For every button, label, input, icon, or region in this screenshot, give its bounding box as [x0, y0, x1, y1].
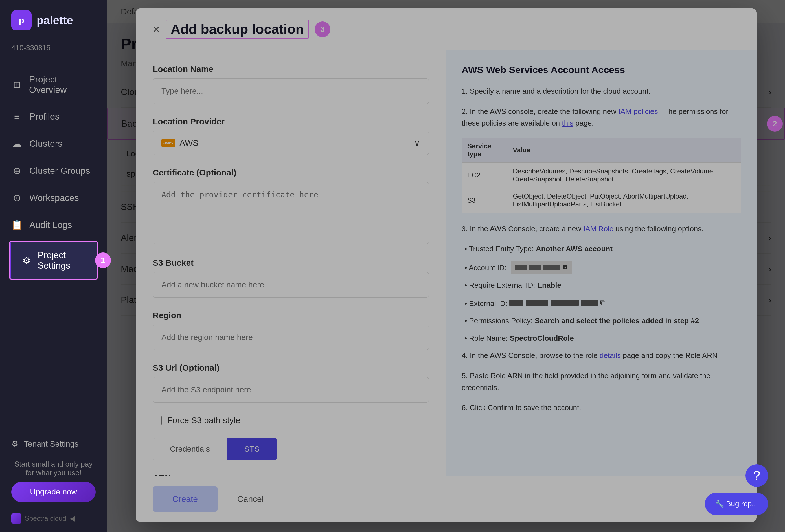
iam-policies-link[interactable]: IAM policies: [618, 107, 658, 116]
modal-body: Location Name Location Provider aws AWS: [136, 50, 757, 476]
s3-bucket-input[interactable]: [153, 272, 429, 298]
sidebar-item-label: Project Settings: [37, 250, 86, 271]
id-block: [515, 265, 527, 270]
sidebar-item-project-overview[interactable]: ⊞ Project Overview: [0, 66, 107, 103]
sidebar-item-label: Profiles: [29, 111, 59, 122]
sidebar-item-workspaces[interactable]: ⊙ Workspaces: [0, 184, 107, 211]
badge-1: 1: [95, 252, 111, 268]
table-row: EC2 DescribeVolumes, DescribeSnapshots, …: [462, 162, 741, 188]
force-s3-checkbox[interactable]: [153, 416, 162, 425]
modal-form: Location Name Location Provider aws AWS: [136, 50, 446, 476]
sidebar-bottom: ⚙ Tenant Settings Start small and only p…: [0, 425, 107, 532]
location-name-group: Location Name: [153, 64, 429, 104]
s3-bucket-group: S3 Bucket: [153, 258, 429, 298]
log-icon: 📋: [11, 219, 23, 231]
modal-title-highlight: Add backup location: [166, 20, 309, 38]
copy-icon[interactable]: ⧉: [563, 262, 568, 272]
cancel-button[interactable]: Cancel: [226, 486, 275, 512]
modal-title: Add backup location: [171, 22, 304, 37]
tab-credentials[interactable]: Credentials: [153, 438, 227, 460]
table-cell-s3-value: GetObject, DeleteObject, PutObject, Abor…: [507, 188, 741, 213]
upgrade-button[interactable]: Upgrade now: [11, 482, 96, 502]
ext-block: [581, 300, 598, 306]
arn-label: ARN: [153, 473, 429, 476]
certificate-textarea[interactable]: [153, 182, 429, 244]
bullet-trusted-entity: • Trusted Entity Type: Another AWS accou…: [462, 243, 741, 255]
s3-url-label: S3 Url (Optional): [153, 363, 429, 373]
bullet-require-external-id: • Require External ID: Enable: [462, 280, 741, 291]
modal-footer: Create Cancel: [136, 476, 757, 522]
role-details-link[interactable]: details: [600, 351, 621, 360]
location-provider-group: Location Provider aws AWS ∨: [153, 117, 429, 155]
group-icon: ⊕: [11, 165, 23, 176]
location-provider-label: Location Provider: [153, 117, 429, 126]
spectra-logo: Spectra cloud ◀: [11, 513, 96, 524]
sidebar-item-project-settings[interactable]: ⚙ Project Settings: [10, 242, 97, 279]
table-cell-ec2: EC2: [462, 162, 507, 188]
sidebar-item-tenant-settings[interactable]: ⚙ Tenant Settings: [11, 433, 96, 454]
sidebar: p palette 410-330815 ⊞ Project Overview …: [0, 0, 107, 532]
tenant-settings-label: Tenant Settings: [24, 440, 78, 449]
sidebar-item-label: Workspaces: [29, 193, 79, 203]
bug-report-button[interactable]: 🔧 Bug rep...: [705, 493, 768, 515]
this-page-link[interactable]: this: [562, 119, 573, 127]
create-button[interactable]: Create: [153, 486, 218, 512]
sidebar-nav: ⊞ Project Overview ≡ Profiles ☁ Clusters…: [0, 61, 107, 425]
aws-permissions-table: Service type Value EC2 DescribeVolumes, …: [462, 138, 741, 213]
table-row: S3 GetObject, DeleteObject, PutObject, A…: [462, 188, 741, 213]
certificate-group: Certificate (Optional): [153, 168, 429, 245]
help-step-4: 4. In the AWS Console, browse to the rol…: [462, 350, 741, 362]
sidebar-item-audit-logs[interactable]: 📋 Audit Logs: [0, 211, 107, 238]
ext-block: [509, 300, 524, 306]
spectra-icon: [11, 513, 21, 524]
modal-close-button[interactable]: ×: [153, 23, 160, 35]
id-block: [529, 265, 541, 270]
region-group: Region: [153, 311, 429, 350]
help-panel: AWS Web Services Account Access 1. Speci…: [446, 50, 757, 476]
help-step-6: 6. Click Confirm to save the account.: [462, 402, 741, 414]
tab-sts[interactable]: STS: [227, 438, 277, 460]
bullet-role-name: • Role Name: SpectroCloudRole: [462, 332, 741, 344]
copy-icon[interactable]: ⧉: [600, 297, 606, 309]
table-header-service: Service type: [462, 138, 507, 163]
modal-badge-3: 3: [314, 22, 330, 37]
sidebar-item-cluster-groups[interactable]: ⊕ Cluster Groups: [0, 157, 107, 184]
chevron-down-icon: ∨: [414, 138, 420, 148]
upgrade-section: Start small and only pay for what you us…: [11, 454, 96, 508]
help-fab-button[interactable]: ?: [745, 464, 768, 487]
location-provider-select[interactable]: aws AWS ∨: [153, 131, 429, 155]
region-input[interactable]: [153, 325, 429, 350]
auth-tab-row: Credentials STS: [153, 438, 429, 460]
certificate-label: Certificate (Optional): [153, 168, 429, 178]
help-title: AWS Web Services Account Access: [462, 64, 741, 75]
bullet-external-id: • External ID: ⧉: [462, 297, 741, 310]
help-step-3: 3. In the AWS Console, create a new IAM …: [462, 223, 741, 235]
arn-group: ARN Validate: [153, 473, 429, 476]
modal-header: × Add backup location 3: [136, 8, 757, 50]
logo-icon: p: [11, 10, 32, 30]
bullet-permissions-policy: • Permissions Policy: Search and select …: [462, 315, 741, 327]
s3-url-input[interactable]: [153, 377, 429, 402]
sidebar-item-clusters[interactable]: ☁ Clusters: [0, 130, 107, 157]
aws-logo: aws: [161, 139, 175, 147]
sidebar-item-label: Cluster Groups: [29, 166, 90, 176]
iam-role-link[interactable]: IAM Role: [583, 224, 613, 233]
settings-icon: ⚙: [22, 255, 31, 266]
help-step-1: 1. Specify a name and a description for …: [462, 85, 741, 97]
bullet-account-id: • Account ID: ⧉: [462, 261, 741, 274]
tenant-settings-icon: ⚙: [11, 439, 18, 449]
project-settings-highlight: ⚙ Project Settings: [9, 241, 98, 280]
sidebar-item-label: Project Overview: [29, 74, 96, 95]
collapse-icon: ◀: [70, 514, 75, 523]
help-step-2: 2. In the AWS console, create the follow…: [462, 106, 741, 129]
sidebar-item-label: Clusters: [29, 138, 62, 149]
sidebar-item-label: Audit Logs: [29, 220, 72, 230]
location-name-input[interactable]: [153, 78, 429, 104]
badge-2: 2: [767, 116, 783, 132]
upgrade-text: Start small and only pay for what you us…: [11, 460, 96, 477]
sidebar-item-profiles[interactable]: ≡ Profiles: [0, 103, 107, 130]
modal-overlay: × Add backup location 3 Location Name: [107, 0, 785, 532]
sidebar-logo-area: p palette: [0, 0, 107, 41]
main-content-bg: Default > Project Settings Project Setti…: [107, 0, 785, 532]
modal-title-wrap: × Add backup location 3: [153, 20, 330, 38]
